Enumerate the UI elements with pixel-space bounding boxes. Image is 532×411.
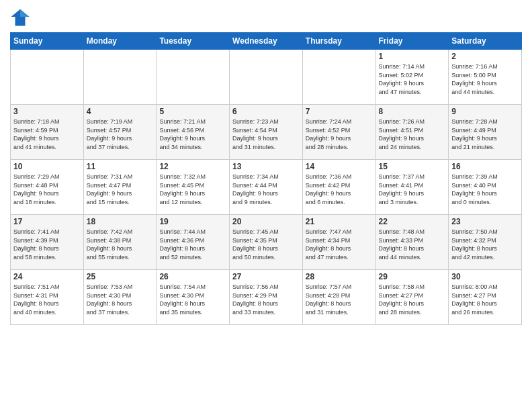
day-number: 30: [451, 272, 519, 281]
day-info: Sunrise: 7:18 AM Sunset: 4:59 PM Dayligh…: [13, 118, 81, 151]
day-number: 27: [232, 272, 300, 281]
calendar-week-2: 3Sunrise: 7:18 AM Sunset: 4:59 PM Daylig…: [11, 105, 522, 160]
calendar-cell: 12Sunrise: 7:32 AM Sunset: 4:45 PM Dayli…: [157, 160, 230, 215]
calendar-cell: [157, 50, 230, 105]
calendar-cell: 10Sunrise: 7:29 AM Sunset: 4:48 PM Dayli…: [11, 160, 84, 215]
day-number: 9: [451, 107, 519, 116]
day-info: Sunrise: 7:28 AM Sunset: 4:49 PM Dayligh…: [451, 118, 519, 151]
logo-icon: [10, 7, 30, 27]
calendar-cell: 30Sunrise: 8:00 AM Sunset: 4:27 PM Dayli…: [449, 270, 522, 325]
day-number: 7: [306, 107, 373, 116]
day-number: 12: [159, 162, 226, 171]
day-info: Sunrise: 7:58 AM Sunset: 4:27 PM Dayligh…: [379, 283, 446, 316]
calendar-cell: 7Sunrise: 7:24 AM Sunset: 4:52 PM Daylig…: [302, 105, 375, 160]
calendar-cell: 4Sunrise: 7:19 AM Sunset: 4:57 PM Daylig…: [83, 105, 157, 160]
calendar-cell: 5Sunrise: 7:21 AM Sunset: 4:56 PM Daylig…: [157, 105, 230, 160]
day-number: 21: [306, 217, 373, 226]
calendar-cell: 26Sunrise: 7:54 AM Sunset: 4:30 PM Dayli…: [157, 270, 230, 325]
calendar-cell: 9Sunrise: 7:28 AM Sunset: 4:49 PM Daylig…: [449, 105, 522, 160]
calendar-cell: 27Sunrise: 7:56 AM Sunset: 4:29 PM Dayli…: [230, 270, 303, 325]
day-info: Sunrise: 7:39 AM Sunset: 4:40 PM Dayligh…: [451, 173, 519, 206]
calendar-body: 1Sunrise: 7:14 AM Sunset: 5:02 PM Daylig…: [11, 50, 522, 325]
day-number: 28: [306, 272, 373, 281]
calendar-cell: 3Sunrise: 7:18 AM Sunset: 4:59 PM Daylig…: [11, 105, 84, 160]
day-info: Sunrise: 7:42 AM Sunset: 4:38 PM Dayligh…: [87, 228, 154, 261]
calendar-cell: 29Sunrise: 7:58 AM Sunset: 4:27 PM Dayli…: [375, 270, 449, 325]
day-info: Sunrise: 7:34 AM Sunset: 4:44 PM Dayligh…: [232, 173, 300, 206]
calendar-table: SundayMondayTuesdayWednesdayThursdayFrid…: [10, 32, 522, 325]
day-info: Sunrise: 7:36 AM Sunset: 4:42 PM Dayligh…: [306, 173, 373, 206]
day-number: 14: [306, 162, 373, 171]
day-number: 6: [232, 107, 300, 116]
calendar-cell: 11Sunrise: 7:31 AM Sunset: 4:47 PM Dayli…: [83, 160, 157, 215]
calendar-cell: 20Sunrise: 7:45 AM Sunset: 4:35 PM Dayli…: [230, 215, 303, 270]
day-info: Sunrise: 7:57 AM Sunset: 4:28 PM Dayligh…: [306, 283, 373, 316]
day-number: 8: [379, 107, 446, 116]
calendar-cell: 24Sunrise: 7:51 AM Sunset: 4:31 PM Dayli…: [11, 270, 84, 325]
calendar-cell: 19Sunrise: 7:44 AM Sunset: 4:36 PM Dayli…: [157, 215, 230, 270]
logo: [10, 7, 33, 27]
page-container: SundayMondayTuesdayWednesdayThursdayFrid…: [0, 0, 532, 328]
day-number: 25: [87, 272, 154, 281]
weekday-header-sunday: Sunday: [11, 33, 84, 50]
calendar-cell: 25Sunrise: 7:53 AM Sunset: 4:30 PM Dayli…: [83, 270, 157, 325]
calendar-cell: 17Sunrise: 7:41 AM Sunset: 4:39 PM Dayli…: [11, 215, 84, 270]
day-number: 5: [159, 107, 226, 116]
calendar-cell: 16Sunrise: 7:39 AM Sunset: 4:40 PM Dayli…: [449, 160, 522, 215]
day-info: Sunrise: 7:24 AM Sunset: 4:52 PM Dayligh…: [306, 118, 373, 151]
day-info: Sunrise: 7:41 AM Sunset: 4:39 PM Dayligh…: [13, 228, 81, 261]
day-number: 19: [159, 217, 226, 226]
day-info: Sunrise: 7:56 AM Sunset: 4:29 PM Dayligh…: [232, 283, 300, 316]
day-info: Sunrise: 7:21 AM Sunset: 4:56 PM Dayligh…: [159, 118, 226, 151]
day-number: 18: [87, 217, 154, 226]
calendar-cell: 14Sunrise: 7:36 AM Sunset: 4:42 PM Dayli…: [302, 160, 375, 215]
weekday-header-saturday: Saturday: [449, 33, 522, 50]
day-number: 2: [451, 52, 519, 61]
day-number: 17: [13, 217, 81, 226]
calendar-cell: 23Sunrise: 7:50 AM Sunset: 4:32 PM Dayli…: [449, 215, 522, 270]
day-info: Sunrise: 7:32 AM Sunset: 4:45 PM Dayligh…: [159, 173, 226, 206]
day-number: 22: [379, 217, 446, 226]
day-number: 16: [451, 162, 519, 171]
calendar-cell: 22Sunrise: 7:48 AM Sunset: 4:33 PM Dayli…: [375, 215, 449, 270]
day-number: 20: [232, 217, 300, 226]
day-info: Sunrise: 7:48 AM Sunset: 4:33 PM Dayligh…: [379, 228, 446, 261]
calendar-cell: 6Sunrise: 7:23 AM Sunset: 4:54 PM Daylig…: [230, 105, 303, 160]
day-number: 11: [87, 162, 154, 171]
day-info: Sunrise: 7:31 AM Sunset: 4:47 PM Dayligh…: [87, 173, 154, 206]
weekday-header-wednesday: Wednesday: [230, 33, 303, 50]
day-info: Sunrise: 7:45 AM Sunset: 4:35 PM Dayligh…: [232, 228, 300, 261]
calendar-cell: 15Sunrise: 7:37 AM Sunset: 4:41 PM Dayli…: [375, 160, 449, 215]
calendar-cell: [11, 50, 84, 105]
calendar-cell: [83, 50, 157, 105]
day-info: Sunrise: 7:29 AM Sunset: 4:48 PM Dayligh…: [13, 173, 81, 206]
day-number: 23: [451, 217, 519, 226]
day-info: Sunrise: 7:50 AM Sunset: 4:32 PM Dayligh…: [451, 228, 519, 261]
day-info: Sunrise: 7:44 AM Sunset: 4:36 PM Dayligh…: [159, 228, 226, 261]
weekday-header-row: SundayMondayTuesdayWednesdayThursdayFrid…: [11, 33, 522, 50]
day-info: Sunrise: 7:19 AM Sunset: 4:57 PM Dayligh…: [87, 118, 154, 151]
weekday-header-monday: Monday: [83, 33, 157, 50]
calendar-cell: 1Sunrise: 7:14 AM Sunset: 5:02 PM Daylig…: [375, 50, 449, 105]
day-info: Sunrise: 7:37 AM Sunset: 4:41 PM Dayligh…: [379, 173, 446, 206]
calendar-cell: 8Sunrise: 7:26 AM Sunset: 4:51 PM Daylig…: [375, 105, 449, 160]
calendar-header: SundayMondayTuesdayWednesdayThursdayFrid…: [11, 33, 522, 50]
calendar-cell: 2Sunrise: 7:16 AM Sunset: 5:00 PM Daylig…: [449, 50, 522, 105]
weekday-header-thursday: Thursday: [302, 33, 375, 50]
day-number: 24: [13, 272, 81, 281]
day-info: Sunrise: 8:00 AM Sunset: 4:27 PM Dayligh…: [451, 283, 519, 316]
day-number: 15: [379, 162, 446, 171]
header: [10, 7, 522, 27]
day-number: 13: [232, 162, 300, 171]
calendar-cell: 21Sunrise: 7:47 AM Sunset: 4:34 PM Dayli…: [302, 215, 375, 270]
calendar-cell: 18Sunrise: 7:42 AM Sunset: 4:38 PM Dayli…: [83, 215, 157, 270]
weekday-header-friday: Friday: [375, 33, 449, 50]
calendar-cell: [302, 50, 375, 105]
calendar-cell: [230, 50, 303, 105]
calendar-week-1: 1Sunrise: 7:14 AM Sunset: 5:02 PM Daylig…: [11, 50, 522, 105]
day-number: 26: [159, 272, 226, 281]
day-info: Sunrise: 7:47 AM Sunset: 4:34 PM Dayligh…: [306, 228, 373, 261]
calendar-week-5: 24Sunrise: 7:51 AM Sunset: 4:31 PM Dayli…: [11, 270, 522, 325]
day-info: Sunrise: 7:51 AM Sunset: 4:31 PM Dayligh…: [13, 283, 81, 316]
day-number: 4: [87, 107, 154, 116]
